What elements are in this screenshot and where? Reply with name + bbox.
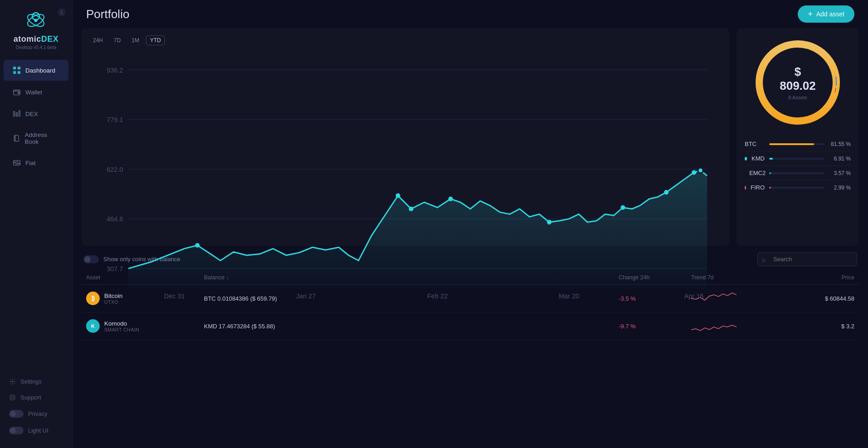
- svg-rect-7: [18, 71, 20, 74]
- svg-text:Apr 16: Apr 16: [684, 292, 704, 300]
- donut-chart: $ 809.02 8 Assets: [752, 37, 843, 128]
- svg-text:Dec 31: Dec 31: [164, 292, 185, 300]
- version-badge: Desktop v0.4.1-beta: [16, 45, 57, 50]
- notification-badge: 1: [58, 8, 66, 16]
- svg-rect-5: [18, 67, 20, 69]
- sidebar-item-fiat[interactable]: Fiat: [4, 152, 68, 173]
- logo-icon: [24, 8, 48, 33]
- svg-point-17: [14, 161, 15, 162]
- svg-text:Mar 20: Mar 20: [559, 292, 579, 300]
- svg-line-22: [10, 395, 12, 397]
- privacy-label: Privacy: [28, 410, 48, 417]
- svg-point-18: [19, 163, 20, 164]
- sidebar-item-wallet[interactable]: Wallet: [4, 82, 68, 102]
- sidebar-item-label-dex: DEX: [25, 111, 38, 117]
- fiat-icon: [13, 159, 21, 167]
- svg-text:Feb 22: Feb 22: [427, 292, 447, 300]
- svg-text:Jan 27: Jan 27: [296, 292, 316, 300]
- time-btn-7d[interactable]: 7D: [110, 35, 125, 45]
- asset-cell-kmd: K Komodo SMART CHAIN: [86, 319, 204, 333]
- donut-panel: $ 809.02 8 Assets BTC 81.55 %: [737, 28, 859, 246]
- sidebar-item-settings[interactable]: Settings: [0, 374, 72, 390]
- privacy-toggle[interactable]: [9, 410, 24, 418]
- logo-atomic: atomic: [14, 34, 41, 44]
- chart-panel: 24H 7D 1M YTD 936.2 779.1: [82, 28, 729, 246]
- time-btn-ytd[interactable]: YTD: [146, 35, 165, 45]
- svg-rect-9: [18, 92, 19, 93]
- portfolio-chart: 936.2 779.1 622.0 464.8 307.7 Dec 31 Jan…: [89, 50, 720, 315]
- sidebar-item-dex[interactable]: DEX: [4, 103, 68, 124]
- wallet-icon: [13, 88, 21, 96]
- settings-label: Settings: [20, 378, 42, 385]
- asset-bar-fill-btc: [769, 143, 814, 145]
- svg-text:936.2: 936.2: [107, 67, 123, 74]
- svg-rect-12: [19, 111, 20, 117]
- svg-point-46: [621, 205, 625, 210]
- price-kmd: $ 3.2: [791, 323, 854, 330]
- portfolio-assets-count: 8 Assets: [775, 95, 820, 100]
- svg-line-24: [10, 398, 12, 399]
- book-icon: [13, 134, 20, 142]
- svg-point-16: [15, 161, 18, 164]
- trend-kmd: [691, 317, 791, 335]
- asset-pct-emc2: 3.57 %: [829, 170, 851, 176]
- sidebar-item-dashboard[interactable]: Dashboard: [4, 60, 68, 81]
- sidebar-item-address-book[interactable]: Address Book: [4, 125, 68, 151]
- price-btc: $ 60844.58: [791, 295, 854, 302]
- logo-text: atomicDEX: [14, 34, 59, 44]
- sidebar-item-label-address-book: Address Book: [24, 131, 59, 145]
- balance-kmd: KMD 17.4673284 ($ 55.88): [204, 323, 619, 330]
- svg-point-21: [11, 396, 14, 399]
- search-wrap: ⌕: [757, 252, 857, 266]
- asset-dot-kmd: [745, 157, 747, 161]
- svg-point-19: [11, 380, 14, 383]
- add-asset-label: Add asset: [816, 10, 844, 18]
- svg-point-3: [34, 19, 38, 22]
- asset-ticker-firo: FIRO: [751, 184, 765, 191]
- dashboard-icon: [13, 66, 21, 74]
- dex-icon: [13, 110, 21, 118]
- main-content: Portfolio + Add asset 24H 7D 1M YTD: [73, 0, 868, 448]
- svg-text:622.0: 622.0: [107, 166, 123, 173]
- asset-breakdown-list: BTC 81.55 % KMD: [745, 137, 851, 195]
- asset-ticker-emc2: EMC2: [749, 170, 766, 176]
- light-ui-label: Light UI: [28, 427, 48, 434]
- asset-ticker-kmd: KMD: [752, 155, 765, 162]
- time-btn-24h[interactable]: 24H: [89, 35, 107, 45]
- asset-bar-fill-firo: [769, 187, 771, 189]
- svg-point-45: [547, 220, 552, 224]
- search-input[interactable]: [757, 252, 857, 266]
- svg-point-44: [448, 197, 453, 201]
- svg-rect-15: [14, 161, 20, 166]
- search-icon: ⌕: [762, 256, 766, 263]
- asset-dot-firo: [745, 186, 746, 190]
- sidebar-item-light-ui[interactable]: Light UI: [0, 422, 72, 439]
- svg-point-49: [698, 168, 703, 173]
- svg-rect-11: [16, 112, 18, 116]
- sidebar-item-support[interactable]: Support: [0, 390, 72, 405]
- asset-breakdown-emc2: EMC2 3.57 %: [745, 166, 851, 180]
- svg-text:464.8: 464.8: [107, 215, 123, 223]
- light-ui-toggle[interactable]: [9, 427, 24, 434]
- asset-pct-kmd: 6.91 %: [829, 156, 851, 162]
- content-area: 24H 7D 1M YTD 936.2 779.1: [73, 28, 868, 448]
- asset-breakdown-btc: BTC 81.55 %: [745, 137, 851, 151]
- top-row: 24H 7D 1M YTD 936.2 779.1: [82, 28, 859, 246]
- nav-bottom: Settings Support Privacy Light UI: [0, 374, 72, 448]
- asset-pct-btc: 81.55 %: [829, 141, 851, 147]
- time-btn-1m[interactable]: 1M: [127, 35, 143, 45]
- chart-area: 936.2 779.1 622.0 464.8 307.7 Dec 31 Jan…: [89, 50, 720, 315]
- balance-filter-toggle[interactable]: [83, 255, 99, 263]
- sidebar-item-label-dashboard: Dashboard: [25, 67, 55, 74]
- asset-ticker-btc: BTC: [745, 141, 765, 147]
- asset-bar-fill-emc2: [769, 172, 771, 174]
- asset-bar-track-firo: [769, 187, 824, 189]
- sidebar-item-privacy[interactable]: Privacy: [0, 405, 72, 422]
- sidebar: 1 atomicDEX Desktop v0.4.1-beta Dashboar…: [0, 0, 73, 448]
- svg-point-48: [692, 170, 696, 175]
- sidebar-item-label-wallet: Wallet: [25, 89, 42, 96]
- asset-breakdown-kmd: KMD 6.91 %: [745, 151, 851, 166]
- table-row[interactable]: K Komodo SMART CHAIN KMD 17.4673284 ($ 5…: [82, 312, 859, 340]
- add-asset-button[interactable]: + Add asset: [798, 5, 854, 23]
- asset-bar-track-kmd: [769, 158, 824, 160]
